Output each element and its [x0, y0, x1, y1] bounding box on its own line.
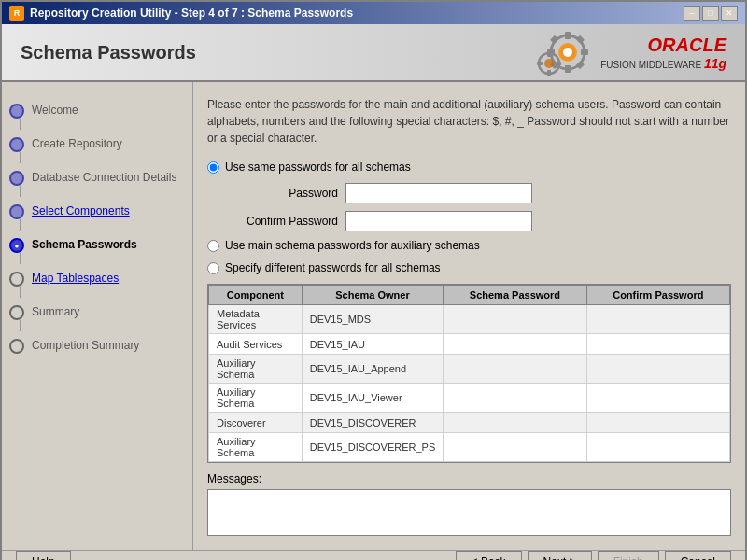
- confirm-password-input[interactable]: [345, 211, 532, 231]
- cell-schema-owner: DEV15_MDS: [302, 305, 444, 334]
- header-decoration: ORACLE FUSION MIDDLEWARE 11g: [516, 24, 726, 80]
- step-indicator-schema-passwords: ●: [9, 238, 24, 253]
- table-row: Auxiliary Schema DEV15_IAU_Viewer: [209, 384, 730, 413]
- svg-rect-5: [581, 49, 588, 55]
- cell-schema-owner: DEV15_DISCOVERER: [302, 413, 444, 433]
- confirm-password-label: Confirm Password: [226, 215, 338, 228]
- close-button[interactable]: ✕: [721, 6, 738, 21]
- cell-component: Audit Services: [209, 334, 303, 355]
- password-label: Password: [226, 187, 338, 200]
- cell-component: Auxiliary Schema: [209, 355, 303, 384]
- svg-rect-9: [576, 61, 585, 69]
- cell-schema-password[interactable]: [444, 433, 586, 462]
- cell-schema-owner: DEV15_DISCOVERER_PS: [302, 433, 444, 462]
- window-controls: – □ ✕: [684, 6, 738, 21]
- svg-point-11: [563, 48, 572, 57]
- cell-schema-password[interactable]: [444, 413, 586, 433]
- sidebar-label-welcome: Welcome: [32, 102, 78, 117]
- messages-section: Messages:: [207, 472, 731, 536]
- table-row: Auxiliary Schema DEV15_IAU_Append: [209, 355, 730, 384]
- oracle-label: ORACLE: [600, 35, 726, 56]
- schema-table-container: Component Schema Owner Schema Password C…: [207, 284, 731, 463]
- cell-schema-password[interactable]: [444, 355, 586, 384]
- cell-schema-password[interactable]: [444, 305, 586, 334]
- cell-confirm-password[interactable]: [586, 433, 729, 462]
- col-header-schema-password: Schema Password: [444, 286, 586, 305]
- svg-rect-15: [547, 70, 551, 76]
- cell-schema-password[interactable]: [444, 334, 586, 355]
- sidebar-item-select-components[interactable]: Select Components: [2, 200, 192, 233]
- svg-rect-14: [547, 51, 551, 57]
- product-label: FUSION MIDDLEWARE: [600, 60, 701, 70]
- svg-rect-8: [576, 35, 585, 44]
- version-label: 11g: [704, 56, 726, 71]
- step-indicator-welcome: [9, 104, 24, 119]
- col-header-confirm-password: Confirm Password: [586, 286, 729, 305]
- sidebar-item-create-repository: Create Repository: [2, 133, 192, 166]
- step-indicator-select-components: [9, 204, 24, 219]
- minimize-button[interactable]: –: [684, 6, 700, 21]
- next-button[interactable]: Next >: [528, 551, 592, 560]
- app-icon: R: [9, 6, 24, 21]
- radio-same-passwords-input[interactable]: [207, 161, 219, 174]
- radio-same-passwords[interactable]: Use same passwords for all schemas: [207, 161, 731, 174]
- help-button[interactable]: Help: [16, 551, 71, 560]
- cell-confirm-password[interactable]: [586, 413, 729, 433]
- cell-confirm-password[interactable]: [586, 305, 729, 334]
- svg-point-13: [544, 59, 554, 68]
- cancel-button[interactable]: Cancel: [665, 551, 731, 560]
- cell-schema-owner: DEV15_IAU: [302, 334, 444, 355]
- radio-different-passwords-label[interactable]: Specify different passwords for all sche…: [225, 261, 441, 274]
- messages-label: Messages:: [207, 472, 731, 485]
- page-title: Schema Passwords: [21, 42, 196, 63]
- cell-component: Auxiliary Schema: [209, 384, 303, 413]
- cell-schema-owner: DEV15_IAU_Viewer: [302, 384, 444, 413]
- col-header-component: Component: [209, 286, 303, 305]
- step-indicator-map-tablespaces: [9, 272, 24, 287]
- title-bar: R Repository Creation Utility - Step 4 o…: [2, 2, 745, 24]
- svg-rect-2: [565, 32, 571, 39]
- sidebar-label-summary: Summary: [32, 303, 79, 318]
- radio-main-schema-passwords[interactable]: Use main schema passwords for auxiliary …: [207, 239, 731, 252]
- cell-confirm-password[interactable]: [586, 355, 729, 384]
- col-header-schema-owner: Schema Owner: [302, 286, 444, 305]
- messages-box: [207, 489, 731, 536]
- window-title: Repository Creation Utility - Step 4 of …: [30, 7, 353, 20]
- sidebar-label-map-tablespaces: Map Tablespaces: [32, 270, 119, 285]
- step-indicator-summary: [9, 305, 24, 320]
- svg-rect-6: [550, 35, 558, 44]
- gears-icon: [516, 24, 591, 80]
- svg-rect-17: [556, 62, 561, 65]
- intro-text: Please enter the passwords for the main …: [207, 96, 731, 147]
- back-button[interactable]: < Back: [456, 551, 522, 560]
- maximize-button[interactable]: □: [702, 6, 719, 21]
- table-row: Auxiliary Schema DEV15_DISCOVERER_PS: [209, 433, 730, 462]
- sidebar-item-welcome: Welcome: [2, 99, 192, 133]
- password-input[interactable]: [345, 183, 532, 203]
- header: Schema Passwords: [2, 24, 745, 82]
- finish-button[interactable]: Finish: [598, 551, 659, 560]
- cell-component: Auxiliary Schema: [209, 433, 303, 462]
- sidebar-item-completion-summary: Completion Summary: [2, 334, 192, 357]
- cell-confirm-password[interactable]: [586, 384, 729, 413]
- radio-different-passwords-input[interactable]: [207, 262, 219, 274]
- cell-confirm-password[interactable]: [586, 334, 729, 355]
- main-content: Please enter the passwords for the main …: [193, 82, 745, 550]
- cell-schema-password[interactable]: [444, 384, 586, 413]
- sidebar-item-map-tablespaces[interactable]: Map Tablespaces: [2, 267, 192, 301]
- radio-main-schema-passwords-input[interactable]: [207, 240, 219, 252]
- cell-component: Discoverer: [209, 413, 303, 433]
- step-indicator-completion-summary: [9, 339, 24, 354]
- radio-different-passwords[interactable]: Specify different passwords for all sche…: [207, 261, 731, 274]
- radio-same-passwords-label[interactable]: Use same passwords for all schemas: [225, 161, 411, 174]
- sidebar-label-completion-summary: Completion Summary: [32, 337, 139, 352]
- footer: Help < Back Next > Finish Cancel: [2, 550, 745, 560]
- step-indicator-db-connection: [9, 171, 24, 186]
- table-row: Metadata Services DEV15_MDS: [209, 305, 730, 334]
- body: Welcome Create Repository Da: [2, 82, 745, 550]
- sidebar-item-db-connection: Database Connection Details: [2, 166, 192, 200]
- sidebar-label-select-components: Select Components: [32, 203, 130, 217]
- step-indicator-create-repository: [9, 137, 24, 152]
- radio-main-schema-label[interactable]: Use main schema passwords for auxiliary …: [225, 239, 480, 252]
- cell-component: Metadata Services: [209, 305, 303, 334]
